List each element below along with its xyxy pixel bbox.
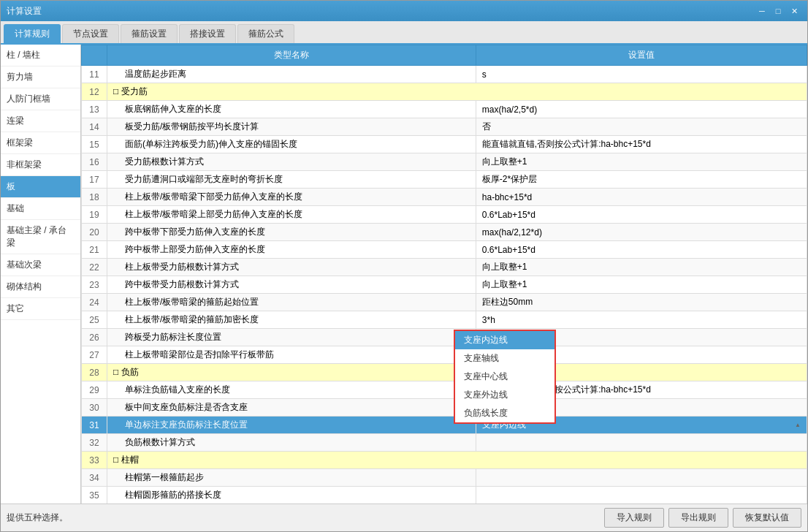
- table-row[interactable]: 12□ 受力筋: [82, 83, 807, 101]
- dropdown-item-center-line[interactable]: 支座中心线: [455, 368, 554, 386]
- table-row[interactable]: 28□ 负筋: [82, 364, 807, 381]
- table-row[interactable]: 33□ 柱帽: [82, 452, 807, 469]
- export-rules-button[interactable]: 导出规则: [668, 508, 728, 528]
- table-row[interactable]: 26跨板受力筋标注长度位置支座中心线: [82, 329, 807, 346]
- minimize-button[interactable]: ─: [755, 5, 769, 17]
- row-num: 29: [82, 381, 107, 399]
- sidebar-item-civil-defense[interactable]: 人防门框墙: [1, 88, 80, 110]
- row-value: 能直锚就直锚,否则按公式计算:ha-bhc+15*d: [476, 136, 807, 153]
- tab-node-settings[interactable]: 节点设置: [62, 24, 119, 43]
- col-value-header: 设置值: [476, 45, 807, 66]
- table-row[interactable]: 19柱上板带/板带暗梁上部受力筋伸入支座的长度0.6*Lab+15*d: [82, 206, 807, 224]
- row-num: 30: [82, 399, 107, 417]
- table-row[interactable]: 29单标注负筋锚入支座的长度能直锚就直锚,否则按公式计算:ha-bhc+15*d: [82, 381, 807, 399]
- table-row[interactable]: 34柱帽第一根箍筋起步: [82, 469, 807, 487]
- main-window: 计算设置 ─ □ ✕ 计算规则 节点设置 箍筋设置 搭接设置 箍筋公式 柱 / …: [0, 0, 808, 532]
- row-name: 跨中板带下部受力筋伸入支座的长度: [107, 224, 476, 241]
- row-num: 18: [82, 189, 107, 206]
- row-value: 距柱边50mm: [476, 294, 807, 311]
- row-num: 32: [82, 434, 107, 452]
- row-num: 28: [82, 364, 107, 381]
- sidebar-item-column-wall[interactable]: 柱 / 墙柱: [1, 45, 80, 66]
- table-row[interactable]: 21跨中板带上部受力筋伸入支座的长度0.6*Lab+15*d: [82, 241, 807, 259]
- close-button[interactable]: ✕: [787, 5, 801, 17]
- row-num: 31: [82, 417, 107, 434]
- dropdown-item-inner-edge[interactable]: 支座内边线: [455, 331, 554, 349]
- row-num: 24: [82, 294, 107, 311]
- row-name: 柱帽圆形箍筋的搭接长度: [107, 487, 476, 504]
- row-num: 11: [82, 66, 107, 83]
- row-name: 负筋根数计算方式: [107, 434, 476, 452]
- table-row[interactable]: 15面筋(单标注跨板受力筋)伸入支座的锚固长度能直锚就直锚,否则按公式计算:ha…: [82, 136, 807, 153]
- import-rules-button[interactable]: 导入规则: [604, 508, 664, 528]
- sidebar-item-foundation-secondary-beam[interactable]: 基础次梁: [1, 254, 80, 276]
- dropdown-item-axis[interactable]: 支座轴线: [455, 349, 554, 368]
- row-name: 柱上板带/板带暗梁的箍筋起始位置: [107, 294, 476, 311]
- table-row[interactable]: 24柱上板带/板带暗梁的箍筋起始位置距柱边50mm: [82, 294, 807, 311]
- table-row[interactable]: 18柱上板带/板带暗梁下部受力筋伸入支座的长度ha-bhc+15*d: [82, 189, 807, 206]
- sidebar-item-non-frame-beam[interactable]: 非框架梁: [1, 154, 80, 176]
- row-num: 15: [82, 136, 107, 153]
- table-row[interactable]: 17受力筋遭洞口或端部无支座时的弯折长度板厚-2*保护层: [82, 171, 807, 189]
- row-name: □ 柱帽: [107, 452, 807, 469]
- maximize-button[interactable]: □: [771, 5, 785, 17]
- table-row[interactable]: 31单边标注支座负筋标注长度位置支座内边线▲: [82, 417, 807, 434]
- row-name: 柱帽第一根箍筋起步: [107, 469, 476, 487]
- row-num: 25: [82, 311, 107, 329]
- sidebar-item-slab[interactable]: 板: [1, 176, 80, 198]
- row-value: max(ha/2,12*d): [476, 224, 807, 241]
- table-row[interactable]: 27柱上板带暗梁部位是否扣除平行板带筋是: [82, 346, 807, 364]
- row-name: 单边标注支座负筋标注长度位置: [107, 417, 476, 434]
- sidebar-item-frame-beam[interactable]: 框架梁: [1, 132, 80, 154]
- row-num: 21: [82, 241, 107, 259]
- table-area: 类型名称 设置值 11温度筋起步距离s12□ 受力筋13板底钢筋伸入支座的长度m…: [81, 45, 807, 503]
- sidebar-item-foundation[interactable]: 基础: [1, 198, 80, 220]
- table-row[interactable]: 25柱上板带/板带暗梁的箍筋加密长度3*h: [82, 311, 807, 329]
- row-num: 17: [82, 171, 107, 189]
- table-row[interactable]: 14板受力筋/板带钢筋按平均长度计算否: [82, 118, 807, 136]
- row-value: 向上取整+1: [476, 259, 807, 276]
- row-num: 27: [82, 346, 107, 364]
- row-name: 面筋(单标注跨板受力筋)伸入支座的锚固长度: [107, 136, 476, 153]
- row-num: 23: [82, 276, 107, 294]
- table-row[interactable]: 23跨中板带受力筋根数计算方式向上取整+1: [82, 276, 807, 294]
- row-value: 板厚-2*保护层: [476, 171, 807, 189]
- row-num: 12: [82, 83, 107, 101]
- sidebar-item-coupling-beam[interactable]: 连梁: [1, 110, 80, 132]
- restore-defaults-button[interactable]: 恢复默认值: [733, 508, 801, 528]
- table-row[interactable]: 32负筋根数计算方式: [82, 434, 807, 452]
- title-bar: 计算设置 ─ □ ✕: [1, 1, 807, 21]
- row-name: 板底钢筋伸入支座的长度: [107, 101, 476, 118]
- table-row[interactable]: 11温度筋起步距离s: [82, 66, 807, 83]
- row-value: [476, 487, 807, 504]
- tab-calculation-rules[interactable]: 计算规则: [4, 24, 61, 43]
- row-value: 3*h: [476, 311, 807, 329]
- row-name: 跨板受力筋标注长度位置: [107, 329, 476, 346]
- sidebar-item-foundation-main-beam[interactable]: 基础主梁 / 承台梁: [1, 220, 80, 254]
- table-row[interactable]: 13板底钢筋伸入支座的长度max(ha/2,5*d): [82, 101, 807, 118]
- sidebar-item-shear-wall[interactable]: 剪力墙: [1, 66, 80, 88]
- tab-stirrup-formula[interactable]: 箍筋公式: [237, 24, 294, 43]
- dropdown-item-outer-edge[interactable]: 支座外边线: [455, 386, 554, 404]
- table-row[interactable]: 20跨中板带下部受力筋伸入支座的长度max(ha/2,12*d): [82, 224, 807, 241]
- row-name: 柱上板带/板带暗梁的箍筋加密长度: [107, 311, 476, 329]
- dropdown-item-bar-length[interactable]: 负筋线长度: [455, 404, 554, 422]
- row-name: 柱上板带/板带暗梁下部受力筋伸入支座的长度: [107, 189, 476, 206]
- sidebar-item-masonry[interactable]: 砌体结构: [1, 276, 80, 298]
- table-row[interactable]: 16受力筋根数计算方式向上取整+1: [82, 153, 807, 171]
- table-row[interactable]: 30板中间支座负筋标注是否含支座是: [82, 399, 807, 417]
- table-row[interactable]: 22柱上板带受力筋根数计算方式向上取整+1: [82, 259, 807, 276]
- row-name: 跨中板带上部受力筋伸入支座的长度: [107, 241, 476, 259]
- row-num: 16: [82, 153, 107, 171]
- col-name-header: 类型名称: [107, 45, 476, 66]
- tab-lap-settings[interactable]: 搭接设置: [179, 24, 236, 43]
- row-name: 柱上板带暗梁部位是否扣除平行板带筋: [107, 346, 476, 364]
- row-num: 20: [82, 224, 107, 241]
- tab-stirrup-settings[interactable]: 箍筋设置: [121, 24, 178, 43]
- row-name: 受力筋遭洞口或端部无支座时的弯折长度: [107, 171, 476, 189]
- row-value: 向上取整+1: [476, 276, 807, 294]
- table-row[interactable]: 35柱帽圆形箍筋的搭接长度: [82, 487, 807, 504]
- sidebar-item-others[interactable]: 其它: [1, 298, 80, 320]
- row-name: 板中间支座负筋标注是否含支座: [107, 399, 476, 417]
- sidebar: 柱 / 墙柱 剪力墙 人防门框墙 连梁 框架梁 非框架梁 板 基础 基础主梁 /…: [1, 45, 81, 503]
